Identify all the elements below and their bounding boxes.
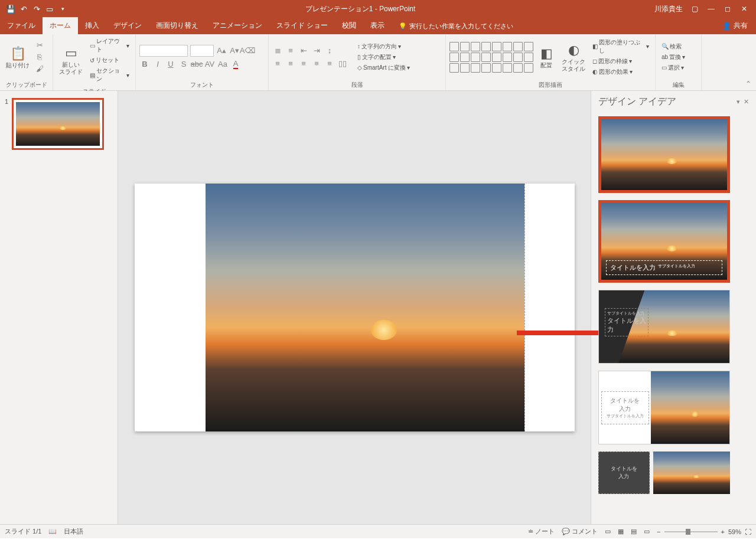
bold-icon[interactable]: B [139,59,150,70]
shape-effects-button[interactable]: ◐ 図形の効果 ▾ [590,67,651,77]
underline-icon[interactable]: U [165,59,176,70]
replace-button[interactable]: ab 置換 ▾ [659,53,687,62]
design-ideas-pane: デザイン アイデア ▾✕ タイトルを入力サブタイトルを入力 サブタイトルを入力タ… [591,91,756,524]
shadow-icon[interactable]: S [178,59,189,70]
layout-button[interactable]: ▭ レイアウト ▾ [87,37,132,54]
design-idea-3[interactable]: サブタイトルを入力タイトルを入 力 [598,290,730,364]
minimize-icon[interactable]: — [706,4,716,14]
user-name[interactable]: 川添貴生 [654,4,683,14]
collapse-ribbon-icon[interactable]: ⌃ [702,34,756,90]
sorter-view-icon[interactable]: ▦ [618,528,624,535]
lightbulb-icon: 💡 [399,22,407,30]
text-direction-button[interactable]: ↕ 文字列の方向 ▾ [355,42,412,51]
new-slide-button[interactable]: ▭新しい スライド [57,44,85,77]
from-beginning-icon[interactable]: ▭ [45,4,54,14]
tab-transitions[interactable]: 画面切り替え [149,17,206,34]
italic-icon[interactable]: I [152,59,163,70]
maximize-icon[interactable]: ◻ [723,4,732,14]
pane-close-icon[interactable]: ✕ [744,98,749,106]
normal-view-icon[interactable]: ▭ [605,528,611,535]
design-idea-4[interactable]: タイトルを 入力サブタイトルを入力 [598,371,730,444]
group-drawing: 図形描画 [446,80,655,90]
decrease-indent-icon[interactable]: ⇤ [298,45,309,56]
shape-outline-button[interactable]: ◻ 図形の枠線 ▾ [590,57,651,66]
fit-window-icon[interactable]: ⛶ [745,528,751,535]
paste-icon: 📋 [9,45,26,62]
smartart-button[interactable]: ◇ SmartArt に変換 ▾ [355,63,412,73]
tab-home[interactable]: ホーム [43,17,78,34]
group-editing: 編集 [656,80,701,90]
slide-thumbnail-1[interactable] [12,98,104,150]
spellcheck-icon[interactable]: 📖 [48,528,57,535]
clear-format-icon[interactable]: A⌫ [242,45,253,56]
group-clipboard: クリップボード [0,80,53,90]
customize-qat-icon[interactable]: ▾ [58,4,67,14]
current-slide[interactable] [135,184,575,431]
undo-icon[interactable]: ↶ [19,4,28,14]
format-painter-icon[interactable]: 🖌 [34,64,45,74]
redo-icon[interactable]: ↷ [32,4,41,14]
change-case-icon[interactable]: Aa [217,59,228,70]
notes-button[interactable]: ≐ ノート [528,527,555,536]
font-color-icon[interactable]: A [230,59,241,70]
align-text-button[interactable]: ▯ 文字の配置 ▾ [355,53,412,62]
design-idea-2[interactable]: タイトルを入力サブタイトルを入力 [598,200,730,283]
numbering-icon[interactable]: ≡ [285,45,296,56]
pane-title: デザイン アイデア [598,96,676,108]
justify-icon[interactable]: ≡ [311,58,322,69]
shapes-gallery[interactable] [449,42,533,73]
share-button[interactable]: 👤共有 [714,17,756,34]
distributed-icon[interactable]: ≡ [324,58,335,69]
bullets-icon[interactable]: ≣ [272,45,283,56]
slideshow-view-icon[interactable]: ▭ [644,528,650,535]
slide-counter: スライド 1/1 [5,527,41,536]
increase-indent-icon[interactable]: ⇥ [311,45,322,56]
tab-review[interactable]: 校閲 [335,17,363,34]
tab-slideshow[interactable]: スライド ショー [269,17,335,34]
comments-button[interactable]: 💬 コメント [562,527,598,536]
zoom-slider[interactable] [664,531,718,532]
close-icon[interactable]: ✕ [739,4,749,14]
align-center-icon[interactable]: ≡ [285,58,296,69]
tab-design[interactable]: デザイン [106,17,149,34]
person-icon: 👤 [722,22,731,30]
design-idea-1[interactable] [598,116,730,193]
ribbon-display-icon[interactable]: ▢ [690,4,699,14]
group-font: フォント [136,80,268,90]
quick-styles-icon: ◐ [565,42,582,58]
font-size-combo[interactable] [190,45,214,57]
reading-view-icon[interactable]: ▤ [631,528,637,535]
line-spacing-icon[interactable]: ↕ [324,45,335,56]
arrange-button[interactable]: ◧配置 [536,44,557,70]
tell-me[interactable]: 💡実行したい作業を入力してください [392,18,520,34]
zoom-level[interactable]: 59% [728,528,741,535]
zoom-in-icon[interactable]: + [721,528,725,535]
section-button[interactable]: ▤ セクション ▾ [87,66,132,84]
tab-view[interactable]: 表示 [363,17,392,34]
tab-animations[interactable]: アニメーション [206,17,269,34]
spacing-icon[interactable]: AV [204,59,215,70]
paste-button[interactable]: 📋貼り付け [4,44,32,70]
reset-button[interactable]: ↺ リセット [87,55,132,65]
columns-icon[interactable]: ▯▯ [337,58,348,69]
quick-styles-button[interactable]: ◐クイック スタイル [559,41,588,74]
copy-icon[interactable]: ⎘ [34,52,45,63]
align-right-icon[interactable]: ≡ [298,58,309,69]
pane-dropdown-icon[interactable]: ▾ [737,98,740,106]
increase-font-icon[interactable]: A▴ [216,45,227,56]
cut-icon[interactable]: ✂ [34,40,45,51]
strikethrough-icon[interactable]: abc [191,59,202,70]
select-button[interactable]: ▭ 選択 ▾ [659,63,687,73]
design-idea-5[interactable]: タイトルを 入力 [598,452,730,494]
find-button[interactable]: 🔍 検索 [659,42,687,51]
shape-fill-button[interactable]: ◧ 図形の塗りつぶし ▾ [590,38,651,55]
save-icon[interactable]: 💾 [6,4,15,14]
align-left-icon[interactable]: ≡ [272,58,283,69]
language-status[interactable]: 日本語 [64,527,83,536]
font-family-combo[interactable] [139,45,188,57]
zoom-out-icon[interactable]: − [657,528,660,535]
tab-file[interactable]: ファイル [0,17,43,34]
tab-insert[interactable]: 挿入 [78,17,106,34]
decrease-font-icon[interactable]: A▾ [229,45,240,56]
slide-canvas[interactable] [118,91,591,524]
